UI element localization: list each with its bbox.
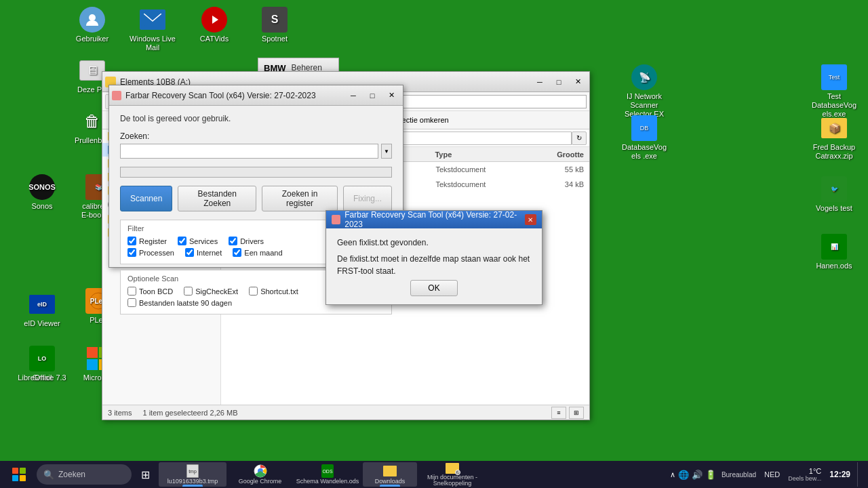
farbar-scroll-h[interactable] — [120, 167, 392, 178]
farbar-maximize[interactable]: □ — [363, 89, 381, 102]
taskbar-item-schema[interactable]: ODS Schema Wandelen.ods — [294, 462, 361, 487]
file-explorer-minimize[interactable]: ─ — [531, 75, 549, 89]
farbar-status-text: De tool is gereed voor gebruik. — [120, 114, 392, 123]
dialog-buttons: OK — [337, 280, 531, 296]
downloads-taskbar-label: Downloads — [375, 479, 406, 485]
fixing-btn[interactable]: Fixing... — [343, 186, 392, 211]
clock-area[interactable]: 12:29 — [827, 468, 853, 481]
taskbar-search-box[interactable]: 🔍 Zoeken — [37, 464, 132, 485]
svg-rect-8 — [87, 347, 98, 358]
database-vogels-label: DatabaseVogels .exe — [620, 143, 669, 161]
taskbar-item-downloads[interactable]: Downloads — [363, 462, 417, 487]
desktop-icon-catvids[interactable]: CATVids — [187, 3, 241, 46]
ned-label: NED — [764, 470, 780, 479]
system-tray: ∧ 🌐 🔊 🔋 Bureaublad NED 1°C Deels bew... … — [670, 462, 865, 487]
filter-drivers[interactable]: Drivers — [229, 237, 264, 245]
farbar-title: Farbar Recovery Scan Tool (x64) Versie: … — [125, 91, 344, 100]
scannen-btn[interactable]: Scannen — [120, 186, 172, 211]
battery-icon[interactable]: 🔋 — [705, 470, 716, 480]
refresh-btn[interactable]: ↻ — [572, 131, 587, 145]
start-button[interactable] — [3, 462, 35, 487]
farbar-scroll-v[interactable]: ▼ — [381, 144, 392, 159]
temp-display: 1°C — [788, 467, 821, 475]
dialog-title: Farbar Recovery Scan Tool (x64) Versie: … — [344, 210, 525, 229]
taskbar: 🔍 Zoeken ⊞ tmp lu10916339b3.tmp Google C… — [0, 461, 868, 488]
desktop-icon-database-vogels[interactable]: DB DatabaseVogels .exe — [617, 112, 671, 163]
svg-marker-2 — [212, 16, 218, 24]
hanen-label: Hanen.ods — [816, 262, 852, 270]
time-display: 12:29 — [829, 470, 850, 479]
selected-status: 1 item geselecteerd 2,26 MB — [142, 409, 237, 417]
desktop-icon-libreoffice[interactable]: LO LibreOffice 7.3 — [15, 342, 69, 385]
tmp-label: lu10916339b3.tmp — [167, 479, 218, 485]
schema-taskbar-icon: ODS — [321, 464, 334, 478]
task-view-btn[interactable]: ⊞ — [133, 462, 157, 487]
dialog-ok-btn[interactable]: OK — [410, 280, 458, 296]
filter-services[interactable]: Services — [178, 237, 218, 245]
farbar-search-label: Zoeken: — [120, 131, 392, 141]
desktop-icon-gebruiker[interactable]: Gebruiker — [65, 3, 119, 46]
schema-taskbar-label: Schema Wandelen.ods — [296, 479, 359, 485]
farbar-close[interactable]: ✕ — [382, 89, 400, 102]
filter-processen[interactable]: Processen — [127, 248, 174, 257]
desktop-icon-fred-backup[interactable]: 📦 Fred Backup Catraxx.zip — [807, 112, 861, 163]
taskbar-search-icon: 🔍 — [43, 470, 54, 480]
weather-area[interactable]: 1°C Deels bew... — [785, 466, 824, 483]
filter-register[interactable]: Register — [127, 237, 167, 245]
spotnet-label: Spotnet — [262, 35, 288, 43]
bureau-btn[interactable]: Bureaublad — [719, 470, 759, 480]
dialog-app-icon — [332, 215, 340, 224]
taskbar-item-chrome[interactable]: Google Chrome — [228, 462, 292, 487]
catvids-label: CATVids — [200, 35, 229, 43]
chrome-taskbar-label: Google Chrome — [239, 479, 282, 485]
dialog-titlebar: Farbar Recovery Scan Tool (x64) Versie: … — [326, 211, 542, 228]
farbar-titlebar: Farbar Recovery Scan Tool (x64) Versie: … — [109, 85, 403, 106]
svg-rect-10 — [87, 359, 98, 370]
file-explorer-close[interactable]: ✕ — [569, 75, 587, 89]
filter-een-maand[interactable]: Een maand — [233, 248, 282, 257]
language-indicator[interactable]: NED — [762, 469, 783, 480]
sonos-label: Sonos — [31, 202, 52, 211]
items-count: 3 items — [108, 409, 132, 417]
show-desktop-btn[interactable] — [857, 462, 861, 487]
taskbar-item-mijn-doc[interactable]: ↗ Mijn documenten - Snelkoppeling — [418, 462, 486, 487]
gebruiker-label: Gebruiker — [76, 35, 108, 43]
chevron-up-icon[interactable]: ∧ — [670, 470, 675, 479]
zoeken-in-register-btn[interactable]: Zoeken in register — [262, 186, 338, 211]
desktop-icon-hanen[interactable]: 📊 Hanen.ods — [807, 230, 861, 273]
farbar-search-section: Zoeken: ▼ — [120, 131, 392, 186]
desktop-icon-eid-viewer[interactable]: eID eID Viewer — [15, 288, 69, 331]
optional-toon-bcd[interactable]: Toon BCD — [127, 287, 173, 296]
optional-bestanden-90[interactable]: Bestanden laatste 90 dagen — [127, 298, 232, 307]
file-explorer-maximize[interactable]: □ — [550, 75, 568, 89]
optional-sigcheckext[interactable]: SigCheckExt — [184, 287, 238, 296]
volume-icon[interactable]: 🔊 — [692, 470, 703, 480]
dialog-close-btn[interactable]: ✕ — [525, 214, 536, 225]
col-grootte: Grootte — [524, 150, 584, 159]
farbar-minimize[interactable]: ─ — [344, 89, 362, 102]
col-type: Type — [435, 150, 524, 159]
fred-backup-label: Fred Backup Catraxx.zip — [810, 143, 859, 161]
taskbar-item-tmp[interactable]: tmp lu10916339b3.tmp — [159, 462, 226, 487]
network-icon[interactable]: 🌐 — [678, 470, 689, 480]
eid-viewer-label: eID Viewer — [24, 319, 60, 328]
farbar-app-icon — [112, 91, 121, 100]
filter-internet[interactable]: Internet — [185, 248, 222, 257]
farbar-search-input[interactable] — [120, 144, 378, 159]
mijn-doc-taskbar-label: Mijn documenten - Snelkoppeling — [418, 474, 486, 487]
libreoffice-label: LibreOffice 7.3 — [18, 373, 66, 382]
dialog-line1: Geen fixlist.txt gevonden. — [337, 237, 531, 249]
desktop-icon-spotnet[interactable]: S Spotnet — [248, 3, 302, 46]
view-list-btn[interactable]: ≡ — [551, 407, 566, 419]
dialog-line2: De fixlist.txt moet in dezelfde map staa… — [337, 253, 531, 277]
mijn-doc-icon: ↗ — [446, 462, 459, 474]
farbar-buttons: Scannen Bestanden Zoeken Zoeken in regis… — [120, 186, 392, 211]
view-detail-btn[interactable]: ⊞ — [569, 407, 584, 419]
file-explorer-status: 3 items 1 item geselecteerd 2,26 MB ≡ ⊞ — [102, 405, 589, 420]
desktop-icon-windows-live-mail[interactable]: Windows Live Mail — [125, 3, 180, 55]
chrome-taskbar-icon — [254, 464, 267, 478]
bestanden-zoeken-btn[interactable]: Bestanden Zoeken — [178, 186, 256, 211]
optional-shortcut[interactable]: Shortcut.txt — [249, 287, 298, 296]
desktop-icon-sonos[interactable]: SONOS Sonos — [15, 171, 69, 214]
desktop-icon-vogels-test[interactable]: 🐦 Vogels test — [807, 173, 861, 216]
